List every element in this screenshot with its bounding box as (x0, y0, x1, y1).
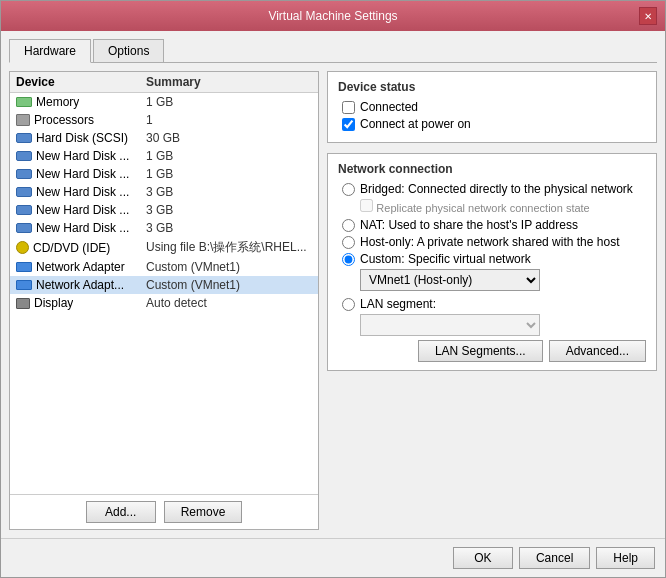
custom-label: Custom: Specific virtual network (360, 252, 531, 266)
device-summary-cell: 3 GB (146, 203, 312, 217)
device-summary-cell: 1 GB (146, 149, 312, 163)
device-name: New Hard Disk ... (36, 167, 129, 181)
table-row[interactable]: Network Adapt... Custom (VMnet1) (10, 276, 318, 294)
nat-label: NAT: Used to share the host's IP address (360, 218, 578, 232)
device-status-section: Device status Connected Connect at power… (327, 71, 657, 143)
lan-input-row (338, 314, 646, 336)
content-area: Hardware Options Device Summary Memory 1… (1, 31, 665, 538)
table-row[interactable]: New Hard Disk ... 3 GB (10, 183, 318, 201)
custom-network-select[interactable]: VMnet1 (Host-only) (360, 269, 540, 291)
network-connection-title: Network connection (338, 162, 646, 176)
device-summary-cell: 30 GB (146, 131, 312, 145)
power-on-label: Connect at power on (360, 117, 471, 131)
device-name: Display (34, 296, 73, 310)
device-summary-cell: 1 GB (146, 95, 312, 109)
close-button[interactable]: ✕ (639, 7, 657, 25)
hostonly-row: Host-only: A private network shared with… (338, 235, 646, 249)
tab-hardware[interactable]: Hardware (9, 39, 91, 63)
header-summary: Summary (146, 75, 312, 89)
title-bar: Virtual Machine Settings ✕ (1, 1, 665, 31)
device-name-cell: New Hard Disk ... (16, 221, 146, 235)
network-connection-section: Network connection Bridged: Connected di… (327, 153, 657, 371)
table-row[interactable]: CD/DVD (IDE) Using file B:\操作系统\RHEL... (10, 237, 318, 258)
replicate-label: Replicate physical network connection st… (376, 202, 589, 214)
nat-row: NAT: Used to share the host's IP address (338, 218, 646, 232)
table-row[interactable]: New Hard Disk ... 1 GB (10, 165, 318, 183)
device-name: CD/DVD (IDE) (33, 241, 110, 255)
custom-dropdown-row: VMnet1 (Host-only) (338, 269, 646, 291)
add-button[interactable]: Add... (86, 501, 156, 523)
table-row[interactable]: New Hard Disk ... 3 GB (10, 219, 318, 237)
table-row[interactable]: Processors 1 (10, 111, 318, 129)
tab-options[interactable]: Options (93, 39, 164, 62)
lan-segment-select[interactable] (360, 314, 540, 336)
device-name-cell: Memory (16, 95, 146, 109)
device-name: Hard Disk (SCSI) (36, 131, 128, 145)
cancel-button[interactable]: Cancel (519, 547, 590, 569)
tab-bar: Hardware Options (9, 39, 657, 63)
power-on-row: Connect at power on (338, 117, 646, 131)
device-name-cell: New Hard Disk ... (16, 203, 146, 217)
device-name-cell: Network Adapt... (16, 278, 146, 292)
left-button-bar: Add... Remove (10, 494, 318, 529)
device-status-title: Device status (338, 80, 646, 94)
device-name: Processors (34, 113, 94, 127)
remove-button[interactable]: Remove (164, 501, 243, 523)
right-panel: Device status Connected Connect at power… (327, 71, 657, 530)
connected-label: Connected (360, 100, 418, 114)
device-name: New Hard Disk ... (36, 203, 129, 217)
device-summary-cell: Using file B:\操作系统\RHEL... (146, 239, 312, 256)
device-name: New Hard Disk ... (36, 185, 129, 199)
device-name: Memory (36, 95, 79, 109)
replicate-row: Replicate physical network connection st… (338, 199, 646, 215)
main-area: Device Summary Memory 1 GB Processors 1 … (9, 71, 657, 530)
lan-segments-button[interactable]: LAN Segments... (418, 340, 543, 362)
table-row[interactable]: New Hard Disk ... 3 GB (10, 201, 318, 219)
device-summary-cell: 3 GB (146, 185, 312, 199)
table-row[interactable]: Hard Disk (SCSI) 30 GB (10, 129, 318, 147)
connected-checkbox[interactable] (342, 101, 355, 114)
device-summary-cell: 1 (146, 113, 312, 127)
action-buttons: LAN Segments... Advanced... (338, 340, 646, 362)
bottom-bar: OK Cancel Help (1, 538, 665, 577)
hostonly-label: Host-only: A private network shared with… (360, 235, 619, 249)
table-row[interactable]: New Hard Disk ... 1 GB (10, 147, 318, 165)
device-name-cell: New Hard Disk ... (16, 149, 146, 163)
custom-radio[interactable] (342, 253, 355, 266)
replicate-checkbox[interactable] (360, 199, 373, 212)
advanced-button[interactable]: Advanced... (549, 340, 646, 362)
lan-segment-row: LAN segment: (338, 297, 646, 311)
window-title: Virtual Machine Settings (27, 9, 639, 23)
help-button[interactable]: Help (596, 547, 655, 569)
device-summary-cell: 1 GB (146, 167, 312, 181)
device-name: Network Adapt... (36, 278, 124, 292)
lan-segment-label: LAN segment: (360, 297, 436, 311)
bridged-row: Bridged: Connected directly to the physi… (338, 182, 646, 196)
header-device: Device (16, 75, 146, 89)
spacer (327, 381, 657, 530)
power-on-checkbox[interactable] (342, 118, 355, 131)
device-summary-cell: Custom (VMnet1) (146, 278, 312, 292)
device-name-cell: Network Adapter (16, 260, 146, 274)
device-name-cell: Processors (16, 113, 146, 127)
table-row[interactable]: Display Auto detect (10, 294, 318, 312)
ok-button[interactable]: OK (453, 547, 513, 569)
window: Virtual Machine Settings ✕ Hardware Opti… (0, 0, 666, 578)
device-name-cell: Display (16, 296, 146, 310)
table-row[interactable]: Network Adapter Custom (VMnet1) (10, 258, 318, 276)
hostonly-radio[interactable] (342, 236, 355, 249)
nat-radio[interactable] (342, 219, 355, 232)
left-panel: Device Summary Memory 1 GB Processors 1 … (9, 71, 319, 530)
device-name: New Hard Disk ... (36, 221, 129, 235)
device-name-cell: New Hard Disk ... (16, 167, 146, 181)
device-summary-cell: 3 GB (146, 221, 312, 235)
device-name: New Hard Disk ... (36, 149, 129, 163)
table-row[interactable]: Memory 1 GB (10, 93, 318, 111)
lan-segment-radio[interactable] (342, 298, 355, 311)
device-summary-cell: Auto detect (146, 296, 312, 310)
device-rows: Memory 1 GB Processors 1 Hard Disk (SCSI… (10, 93, 318, 312)
connected-row: Connected (338, 100, 646, 114)
device-name: Network Adapter (36, 260, 125, 274)
bridged-radio[interactable] (342, 183, 355, 196)
device-summary-cell: Custom (VMnet1) (146, 260, 312, 274)
